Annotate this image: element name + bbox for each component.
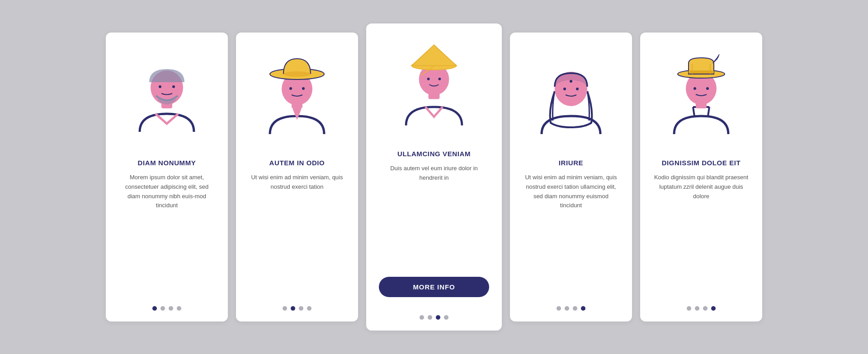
svg-point-14 xyxy=(439,78,441,80)
dot xyxy=(565,306,569,311)
card-2-text: Ut wisi enim ad minim veniam, quis nostr… xyxy=(249,173,345,296)
dot xyxy=(291,306,295,311)
dot xyxy=(695,306,699,311)
dot xyxy=(307,306,311,311)
svg-point-8 xyxy=(289,87,292,90)
dot xyxy=(573,306,577,311)
card-1-title: DIAM NONUMMY xyxy=(138,159,196,167)
card-2-dots xyxy=(283,306,311,311)
card-4: IRIURE Ut wisi enim ad minim veniam, qui… xyxy=(510,33,632,321)
card-3-title: ULLAMCING VENIAM xyxy=(397,150,471,158)
card-5-dots xyxy=(687,306,716,311)
card-4-dots xyxy=(557,306,585,311)
dot xyxy=(687,306,691,311)
dot xyxy=(160,306,165,311)
card-1-text: Morem ipsum dolor sit amet, consectetuer… xyxy=(118,173,215,296)
card-5-title: DIGNISSIM DOLOE EIT xyxy=(662,159,741,167)
card-3: ULLAMCING VENIAM Duis autem vel eum iriu… xyxy=(366,23,502,331)
dot xyxy=(581,306,585,311)
old-man-icon xyxy=(131,51,203,141)
dot xyxy=(420,315,424,320)
svg-point-16 xyxy=(570,80,572,83)
svg-point-3 xyxy=(172,85,175,88)
hijab-woman-icon xyxy=(535,51,607,141)
dot xyxy=(436,315,440,320)
dot xyxy=(177,306,181,311)
dot xyxy=(299,306,303,311)
svg-point-2 xyxy=(159,85,161,88)
card-3-dots xyxy=(420,315,448,320)
card-5-text: Kodio dignissim qui blandit praesent lup… xyxy=(653,173,750,296)
sombrero-man-icon xyxy=(261,51,333,141)
dot xyxy=(711,306,716,311)
svg-point-17 xyxy=(563,88,566,90)
cards-container: DIAM NONUMMY Morem ipsum dolor sit amet,… xyxy=(106,23,762,331)
dot xyxy=(557,306,561,311)
card-5: DIGNISSIM DOLOE EIT Kodio dignissim qui … xyxy=(640,33,762,321)
conical-hat-icon xyxy=(398,42,470,132)
card-5-icon-area xyxy=(653,46,750,145)
card-2-icon-area xyxy=(249,46,345,145)
svg-point-18 xyxy=(576,88,579,90)
svg-point-7 xyxy=(283,71,311,77)
card-1-dots xyxy=(152,306,181,311)
dot xyxy=(283,306,287,311)
dot xyxy=(152,306,157,311)
card-4-title: IRIURE xyxy=(559,159,583,167)
card-4-icon-area xyxy=(523,46,619,145)
dot xyxy=(428,315,432,320)
svg-point-23 xyxy=(693,87,696,90)
card-3-text: Duis autem vel eum iriure dolor in hendr… xyxy=(379,164,489,269)
card-4-text: Ut wisi enim ad minim veniam, quis nostr… xyxy=(523,173,619,296)
card-2-title: AUTEM IN ODIO xyxy=(269,159,325,167)
dot xyxy=(444,315,448,320)
dot xyxy=(169,306,173,311)
more-info-button[interactable]: MORE INFO xyxy=(379,277,489,297)
dot xyxy=(703,306,708,311)
svg-rect-22 xyxy=(689,70,714,74)
svg-point-13 xyxy=(427,78,430,80)
svg-point-9 xyxy=(302,87,305,90)
cowboy-man-icon xyxy=(665,51,737,141)
card-3-icon-area xyxy=(379,37,489,136)
svg-point-24 xyxy=(706,87,709,90)
card-2: AUTEM IN ODIO Ut wisi enim ad minim veni… xyxy=(236,33,358,321)
card-1: DIAM NONUMMY Morem ipsum dolor sit amet,… xyxy=(106,33,228,321)
card-1-icon-area xyxy=(118,46,215,145)
